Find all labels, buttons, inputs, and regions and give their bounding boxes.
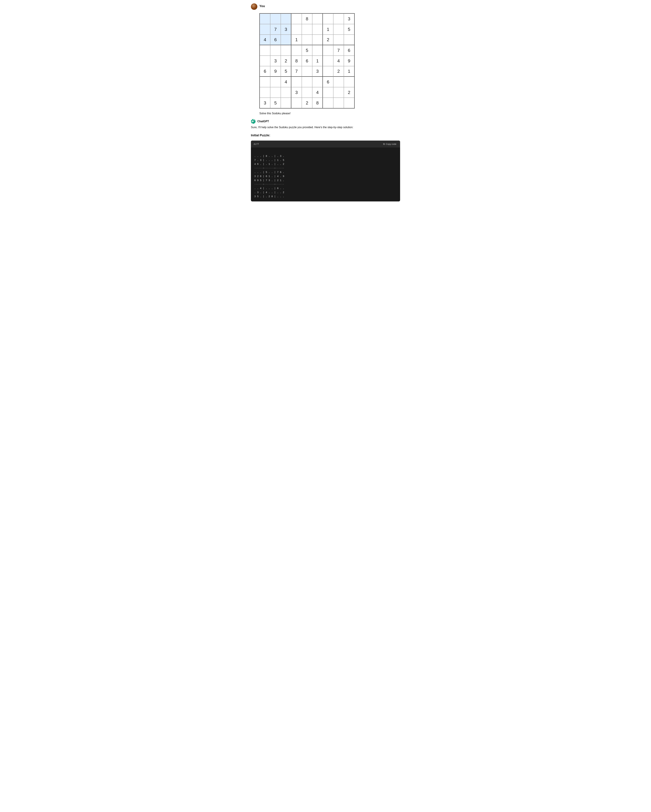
sudoku-cell [270, 14, 281, 24]
sudoku-cell: 8 [312, 98, 323, 108]
sudoku-cell [260, 24, 270, 35]
sudoku-cell [323, 14, 333, 24]
sudoku-cell [333, 24, 344, 35]
sudoku-cell: 2 [281, 56, 291, 66]
sudoku-cell [270, 45, 281, 56]
sudoku-cell: 7 [333, 45, 344, 56]
chatgpt-intro: Sure, I'll help solve the Sudoku puzzle … [251, 126, 400, 129]
sudoku-cell [291, 45, 302, 56]
sudoku-cell: 5 [270, 98, 281, 108]
sudoku-cell: 4 [260, 35, 270, 45]
copy-icon: ⧉ [383, 143, 385, 145]
sudoku-cell: 7 [270, 24, 281, 35]
sudoku-cell: 4 [333, 56, 344, 66]
sudoku-cell [312, 24, 323, 35]
user-section: You [251, 3, 400, 10]
sudoku-cell: 9 [344, 56, 354, 66]
sudoku-cell [333, 98, 344, 108]
copy-label: Copy code [386, 143, 396, 145]
sudoku-container: 837315461257632861496957321463423528 [259, 13, 400, 108]
sudoku-cell [260, 45, 270, 56]
sudoku-cell: 3 [270, 56, 281, 66]
sudoku-cell [291, 98, 302, 108]
sudoku-cell: 6 [323, 76, 333, 87]
sudoku-cell [312, 14, 323, 24]
sudoku-cell [344, 98, 354, 108]
sudoku-cell [312, 76, 323, 87]
sudoku-cell [323, 87, 333, 98]
sudoku-cell: 5 [302, 45, 312, 56]
code-block: diff ⧉ Copy code . . . | 8 . . | . 3 . 7… [251, 140, 400, 201]
sudoku-cell: 2 [323, 35, 333, 45]
sudoku-cell: 6 [260, 66, 270, 76]
code-header: diff ⧉ Copy code [251, 140, 400, 148]
code-body: . . . | 8 . . | . 3 . 7 . 3 | . . . | 1 … [251, 148, 400, 201]
sudoku-cell [302, 66, 312, 76]
user-label: You [259, 3, 265, 8]
sudoku-cell: 1 [312, 56, 323, 66]
section-title: Initial Puzzle: [251, 134, 400, 137]
chatgpt-header: ChatGPT [251, 119, 400, 124]
sudoku-cell: 5 [344, 24, 354, 35]
sudoku-cell [333, 35, 344, 45]
sudoku-cell: 3 [260, 98, 270, 108]
sudoku-grid: 837315461257632861496957321463423528 [259, 13, 355, 108]
sudoku-cell: 3 [344, 14, 354, 24]
sudoku-cell: 3 [312, 66, 323, 76]
sudoku-cell: 2 [302, 98, 312, 108]
sudoku-cell [302, 24, 312, 35]
sudoku-cell: 5 [281, 66, 291, 76]
sudoku-cell [323, 66, 333, 76]
sudoku-cell: 2 [344, 87, 354, 98]
sudoku-cell [333, 14, 344, 24]
chatgpt-icon [251, 119, 256, 124]
sudoku-cell: 3 [281, 24, 291, 35]
sudoku-cell [281, 45, 291, 56]
chatgpt-section: ChatGPT Sure, I'll help solve the Sudoku… [251, 119, 400, 201]
sudoku-cell [291, 24, 302, 35]
sudoku-cell [302, 76, 312, 87]
sudoku-cell [344, 35, 354, 45]
sudoku-cell [270, 76, 281, 87]
code-lang: diff [254, 143, 259, 145]
sudoku-cell: 6 [344, 45, 354, 56]
sudoku-cell: 6 [270, 35, 281, 45]
sudoku-cell: 1 [291, 35, 302, 45]
chatgpt-name: ChatGPT [257, 120, 269, 123]
sudoku-cell [260, 56, 270, 66]
sudoku-cell [344, 76, 354, 87]
sudoku-cell: 2 [333, 66, 344, 76]
sudoku-cell [260, 14, 270, 24]
sudoku-cell [323, 56, 333, 66]
sudoku-cell [270, 87, 281, 98]
sudoku-cell [312, 35, 323, 45]
sudoku-cell: 4 [312, 87, 323, 98]
sudoku-cell [260, 87, 270, 98]
sudoku-cell [312, 45, 323, 56]
copy-button[interactable]: ⧉ Copy code [382, 142, 397, 146]
sudoku-cell: 8 [291, 56, 302, 66]
sudoku-cell [281, 35, 291, 45]
sudoku-cell [333, 87, 344, 98]
sudoku-cell: 3 [291, 87, 302, 98]
sudoku-cell [333, 76, 344, 87]
sudoku-cell [302, 35, 312, 45]
sudoku-cell: 8 [302, 14, 312, 24]
user-message: Solve this Sodoku please! [259, 112, 400, 115]
sudoku-cell [281, 87, 291, 98]
sudoku-cell: 7 [291, 66, 302, 76]
sudoku-cell [323, 45, 333, 56]
sudoku-cell [281, 14, 291, 24]
sudoku-cell [291, 14, 302, 24]
sudoku-cell [291, 76, 302, 87]
sudoku-cell: 4 [281, 76, 291, 87]
user-content: 837315461257632861496957321463423528 Sol… [259, 13, 400, 115]
sudoku-cell [323, 98, 333, 108]
sudoku-cell: 1 [323, 24, 333, 35]
sudoku-cell [281, 98, 291, 108]
sudoku-cell: 9 [270, 66, 281, 76]
sudoku-cell [302, 87, 312, 98]
avatar [251, 3, 257, 10]
sudoku-cell [260, 76, 270, 87]
sudoku-cell: 1 [344, 66, 354, 76]
